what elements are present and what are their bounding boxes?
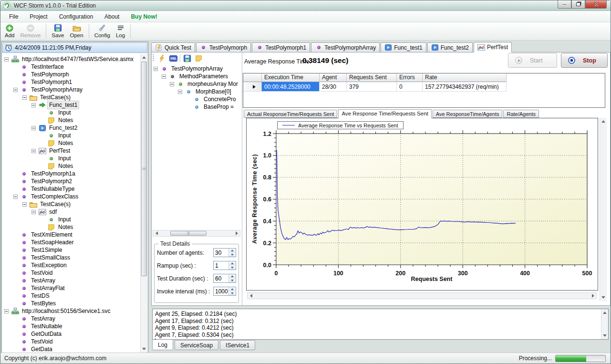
cell-agent[interactable]: 28/30	[320, 82, 347, 92]
spin-up-button[interactable]	[229, 287, 235, 291]
collapse-expander-icon[interactable]	[154, 67, 158, 71]
tree-item-getdata[interactable]: GetData	[2, 345, 140, 353]
add-button[interactable]: Add	[2, 23, 17, 39]
minimize-button[interactable]	[558, 0, 571, 9]
scrollbar-thumb[interactable]	[170, 231, 207, 236]
collapse-expander-icon[interactable]	[13, 88, 18, 92]
subtab-actual-responsetime-requests-sent[interactable]: Actual ResponseTime/Requests Sent	[244, 110, 337, 118]
tree-item-notes[interactable]: Notes	[2, 223, 140, 231]
savedisk-button[interactable]	[182, 54, 192, 63]
tab-perftest[interactable]: PerfTest	[474, 42, 512, 52]
tree-item-morpheusarray-mor[interactable]: morpheusArray Mor	[153, 80, 241, 88]
scroll-up-button[interactable]	[141, 54, 147, 61]
save-button[interactable]: Save	[49, 23, 67, 39]
note-button[interactable]	[194, 54, 203, 63]
column-header-requests-sent[interactable]: Requests Sent	[347, 73, 397, 82]
log-output[interactable]: Agent 25, Elapsed: 0.2184 (sec)Agent 17,…	[152, 309, 609, 340]
tree-item-notes[interactable]: Notes	[2, 139, 140, 147]
restore-button[interactable]	[571, 0, 585, 9]
chart-hscrollbar[interactable]	[247, 292, 597, 299]
tree-item-testnullable[interactable]: TestNullable	[2, 322, 140, 330]
log-tab-iservice1[interactable]: IService1	[220, 340, 255, 350]
collapse-expander-icon[interactable]	[170, 82, 174, 86]
tree-item-input[interactable]: Input	[2, 132, 140, 139]
tree-item-notes[interactable]: Notes	[2, 162, 140, 170]
tab-testpolymorpharray[interactable]: TestPolymorphArray	[311, 42, 380, 52]
tree-item-testvoid[interactable]: TestVoid	[2, 338, 140, 345]
tree-item-getoutdata[interactable]: GetOutData	[2, 330, 140, 338]
scroll-up-button[interactable]	[600, 118, 607, 125]
tab-func-test1[interactable]: Func_test1	[381, 42, 426, 52]
spin-down-button[interactable]	[229, 253, 235, 257]
tree-item-testexception[interactable]: TestException	[2, 261, 140, 269]
collapse-expander-icon[interactable]	[31, 126, 36, 130]
config-button[interactable]: Config	[92, 23, 113, 39]
collapse-expander-icon[interactable]	[162, 74, 166, 79]
cell-rate[interactable]: 157.277943462937 (req/min)	[423, 82, 507, 92]
scroll-down-button[interactable]	[141, 345, 147, 353]
tree-item-func-test2[interactable]: Func_test2	[2, 124, 140, 132]
collapse-expander-icon[interactable]	[4, 57, 9, 62]
column-header-agent[interactable]: Agent	[320, 73, 347, 82]
menu-item-file[interactable]: File	[3, 12, 24, 21]
tree-item-testpolymorph[interactable]: TestPolymorph	[2, 71, 140, 78]
tree-item-test1simple[interactable]: Test1Simple	[2, 246, 140, 254]
xml-button[interactable]: XML	[168, 54, 178, 63]
scroll-down-button[interactable]	[601, 332, 608, 339]
tree-item-testcomplexclass[interactable]: TestComplexClass	[2, 193, 140, 200]
menu-item-project[interactable]: Project	[24, 12, 53, 21]
tree-item-testsmallclass[interactable]: TestSmallClass	[2, 254, 140, 261]
lightning-button[interactable]	[157, 54, 166, 63]
subtab-ave-responsetime-agents[interactable]: Ave ResponseTime/Agents	[433, 110, 503, 118]
collapse-expander-icon[interactable]	[4, 309, 9, 313]
tab-func-test2[interactable]: Func_test2	[427, 42, 473, 52]
tree-item-testpolymorpharray[interactable]: TestPolymorphArray	[2, 86, 140, 94]
grid-data-row[interactable]: 00:00:48.252800028/303790157.27794346293…	[243, 82, 605, 92]
tree-item-testsoapheader[interactable]: TestSoapHeader	[2, 239, 140, 246]
tree-item-http-localhost-64747-testws-service-asmx[interactable]: http://localhost:64747/TestWS/Service.as…	[2, 55, 140, 63]
tree-item-perftest[interactable]: PerfTest	[2, 147, 140, 155]
parameters-hscrollbar[interactable]	[153, 230, 240, 237]
spin-down-button[interactable]	[229, 291, 235, 296]
scroll-right-button[interactable]	[233, 230, 240, 236]
subtab-ave-response-time-requests-sent[interactable]: Ave Response Time/Requests Sent	[338, 109, 431, 118]
scroll-left-button[interactable]	[153, 230, 160, 236]
tree-item-testpolymorpharray[interactable]: TestPolymorphArray	[153, 65, 241, 73]
log-tab-servicesoap[interactable]: ServiceSoap	[175, 340, 218, 350]
remove-button[interactable]: Remove	[17, 23, 43, 39]
collapse-expander-icon[interactable]	[178, 90, 182, 94]
chart-vscrollbar[interactable]	[600, 118, 607, 301]
tree-scrollbar[interactable]	[140, 54, 147, 353]
tree-item-testarray[interactable]: TestArray	[2, 315, 140, 322]
collapse-expander-icon[interactable]	[22, 202, 27, 207]
collapse-expander-icon[interactable]	[31, 149, 36, 153]
scroll-up-button[interactable]	[601, 309, 608, 316]
tree-item-http-localhost-50156-service1-svc[interactable]: http://localhost:50156/Service1.svc	[2, 307, 140, 315]
number-of-agents-input[interactable]	[214, 249, 228, 257]
scroll-right-button[interactable]	[590, 293, 596, 299]
tree-item-input[interactable]: Input	[2, 109, 140, 116]
log-vscrollbar[interactable]	[601, 309, 608, 339]
start-button[interactable]: Start	[508, 53, 557, 68]
tree-item-methodparameters[interactable]: MethodParameters	[153, 73, 241, 80]
tree-item-testds[interactable]: TestDS	[2, 292, 140, 300]
log-tab-log[interactable]: Log	[152, 340, 173, 350]
tree-item-testxmlelement[interactable]: TestXmlElement	[2, 231, 140, 239]
spin-up-button[interactable]	[229, 274, 235, 279]
tree-item-baseprop[interactable]: BaseProp =	[153, 103, 241, 111]
collapse-expander-icon[interactable]	[31, 210, 36, 214]
tree-item-testcase-s[interactable]: TestCase(s)	[2, 200, 140, 208]
tree-item-morphbase-0[interactable]: MorphBase[0]	[153, 88, 241, 95]
close-button[interactable]	[585, 0, 607, 9]
column-header-rate[interactable]: Rate	[423, 73, 507, 82]
invoke-interval-ms-input[interactable]	[214, 287, 228, 295]
tree-item-testvoid[interactable]: TestVoid	[2, 269, 140, 277]
collapse-expander-icon[interactable]	[22, 95, 27, 100]
menu-item-configuration[interactable]: Configuration	[53, 12, 99, 21]
collapse-expander-icon[interactable]	[13, 195, 18, 199]
tree-item-testcase-s[interactable]: TestCase(s)	[2, 94, 140, 101]
tree-item-testpolymorph2[interactable]: TestPolymorph2	[2, 177, 140, 185]
tree-item-testarrayflat[interactable]: TestArrayFlat	[2, 284, 140, 292]
spin-down-button[interactable]	[229, 266, 235, 270]
spin-up-button[interactable]	[229, 249, 235, 253]
